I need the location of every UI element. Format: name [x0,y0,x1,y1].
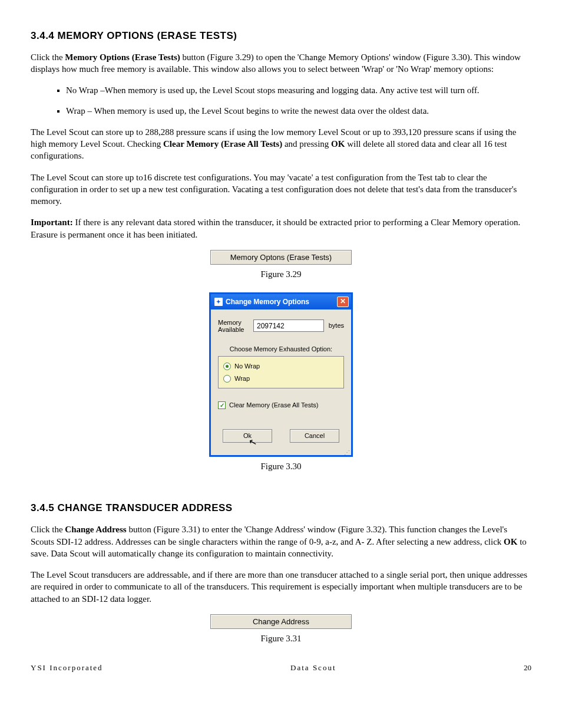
figure-caption-329: Figure 3.29 [31,268,531,280]
dialog-titlebar: ✦ Change Memory Options ✕ [211,294,351,309]
radio-wrap[interactable]: Wrap [223,373,339,385]
app-icon: ✦ [214,298,223,306]
para-344-3: The Level Scout can store up to16 discre… [31,172,531,207]
list-item: Wrap – When memory is used up, the Level… [66,105,531,117]
bold-text: OK [504,537,517,546]
radio-label: No Wrap [234,362,260,371]
important-label: Important: [31,218,73,227]
para-345-2: The Level Scout transducers are addressa… [31,569,531,605]
change-memory-options-dialog: ✦ Change Memory Options ✕ Memory Availab… [209,292,353,457]
memory-available-label: Memory Available [218,319,249,333]
para-344-2: The Level Scout can store up to 288,288 … [31,126,531,162]
footer-page-number: 20 [524,663,531,673]
text: and pressing [282,139,331,149]
clear-memory-checkbox[interactable]: Clear Memory (Erase All Tests) [218,399,344,411]
figure-caption-331: Figure 3.31 [31,633,531,644]
resize-grip-icon[interactable]: ⋰ [211,451,351,455]
memory-options-button[interactable]: Memory Optons (Erase Tests) [210,250,352,265]
ok-button[interactable]: Ok ↖ [223,429,272,443]
radio-nowrap[interactable]: No Wrap [223,360,339,373]
checkbox-icon [218,401,226,409]
close-icon[interactable]: ✕ [337,297,349,307]
cancel-button[interactable]: Cancel [290,429,339,443]
list-item: No Wrap –When memory is used up, the Lev… [66,84,531,96]
page-footer: YSI Incorporated Data Scout 20 [31,663,531,673]
bytes-label: bytes [329,321,344,330]
para-345-1: Click the Change Address button (Figure … [31,523,531,559]
change-address-button[interactable]: Change Address [210,614,352,630]
para-344-important: Important: If there is any relevant data… [31,216,531,241]
footer-product: Data Scout [290,663,336,673]
radio-label: Wrap [234,374,250,383]
cursor-icon: ↖ [247,435,257,449]
bold-text: Memory Options (Erase Tests) [65,52,180,62]
footer-company: YSI Incorporated [31,663,103,673]
text: If there is any relevant data stored wit… [31,218,520,239]
section-heading-344: 3.4.4 MEMORY OPTIONS (ERASE TESTS) [31,29,531,43]
memory-available-value: 2097142 [253,319,324,332]
exhausted-option-label: Choose Memory Exhausted Option: [218,345,344,354]
bold-text: OK [331,139,345,149]
memory-options-list: No Wrap –When memory is used up, the Lev… [31,84,531,117]
bold-text: Change Address [65,525,126,534]
checkbox-label: Clear Memory (Erase All Tests) [229,401,318,410]
exhausted-option-group: No Wrap Wrap [218,356,344,389]
dialog-title: Change Memory Options [226,297,309,307]
text: Click the [31,525,65,534]
figure-caption-330: Figure 3.30 [31,460,531,472]
section-heading-345: 3.4.5 CHANGE TRANSDUCER ADDRESS [31,502,531,515]
radio-icon [223,363,231,370]
radio-icon [223,375,231,383]
para-344-1: Click the Memory Options (Erase Tests) b… [31,51,531,75]
text: Click the [31,52,65,62]
bold-text: Clear Memory (Erase All Tests) [163,139,282,149]
